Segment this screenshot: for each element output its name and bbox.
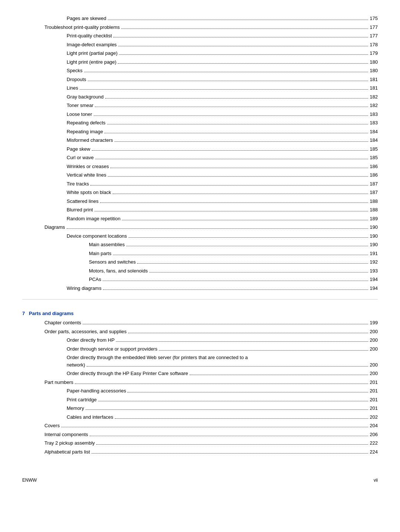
dots [95, 159, 368, 159]
dots [103, 290, 368, 290]
entry-text: Covers [44, 422, 60, 429]
page-number: 184 [370, 137, 378, 144]
page-number: 192 [370, 258, 378, 266]
dots [104, 133, 368, 133]
entry-text: Wiring diagrams [67, 285, 101, 292]
entry-text: Print cartridge [67, 396, 97, 404]
entry-text: Gray background [67, 93, 104, 101]
page-number: 200 [370, 337, 378, 344]
entry-text: Chapter contents [44, 319, 81, 327]
entry-text: Curl or wave [67, 154, 94, 161]
page-number: 187 [370, 189, 378, 196]
section-divider [22, 299, 378, 300]
toc-row: White spots on black 187 [22, 189, 378, 196]
dots [115, 418, 369, 419]
page-number: 222 [370, 439, 378, 447]
toc-row: Wiring diagrams 194 [22, 285, 378, 292]
toc-row: Chapter contents 199 [22, 319, 378, 327]
page-number: 200 [370, 345, 378, 353]
toc-row: Scattered lines 188 [22, 198, 378, 205]
lower-entries: Chapter contents 199 Order parts, access… [22, 319, 378, 455]
page-number: 189 [370, 215, 378, 222]
page-footer: ENWW vii [22, 478, 378, 483]
dots [121, 29, 368, 29]
toc-row: PCAs 194 [22, 276, 378, 283]
page-number: 178 [370, 41, 378, 48]
toc-row: Random image repetition 189 [22, 215, 378, 222]
entry-text: Blurred print [67, 206, 93, 214]
entry-text: Image-defect examples [67, 41, 117, 48]
page-number: 190 [370, 241, 378, 248]
dots [128, 333, 368, 333]
dots [103, 281, 368, 281]
toc-row: Memory 201 [22, 405, 378, 412]
toc-row: Main assemblies 190 [22, 241, 378, 248]
dots [149, 272, 368, 272]
toc-row: Image-defect examples 178 [22, 41, 378, 48]
entry-text: Device component locations [67, 232, 127, 240]
toc-row: Cables and interfaces 202 [22, 414, 378, 421]
toc-row: Specks 180 [22, 67, 378, 74]
dots [75, 384, 368, 384]
page-number: 186 [370, 171, 378, 179]
toc-row: Repeating defects 183 [22, 119, 378, 127]
dots [86, 409, 368, 410]
toc-row: Lines 181 [22, 84, 378, 92]
entry-text: Pages are skewed [67, 15, 106, 22]
toc-row: Loose toner 183 [22, 111, 378, 118]
toc-row: Tray 2 pickup assembly 222 [22, 439, 378, 447]
entry-text: Order through service or support provide… [67, 345, 157, 353]
toc-row: Curl or wave 185 [22, 154, 378, 161]
dots [108, 20, 368, 20]
dots [90, 436, 369, 436]
dots [110, 168, 368, 168]
toc-row: Dropouts 181 [22, 76, 378, 83]
toc-row: Diagrams 190 [22, 224, 378, 231]
dots [118, 46, 368, 46]
toc-row: Light print (partial page) 179 [22, 50, 378, 57]
entry-text-continued: network) [67, 361, 85, 369]
dots [119, 54, 368, 55]
page-number: 182 [370, 93, 378, 101]
entry-text: Main parts [89, 250, 111, 257]
chapter-title: Parts and diagrams [29, 311, 74, 316]
entry-text: Loose toner [67, 111, 92, 118]
entry-text: Random image repetition [67, 215, 120, 222]
page-number: 206 [370, 431, 378, 438]
dots [114, 141, 368, 142]
toc-row: Vertical white lines 186 [22, 171, 378, 179]
dots [122, 220, 368, 220]
dots [107, 124, 369, 124]
page-number: 177 [370, 24, 378, 31]
entry-text: Scattered lines [67, 198, 99, 205]
entry-text: Wrinkles or creases [67, 163, 109, 170]
page-number: 183 [370, 111, 378, 118]
toc-row: Repeating image 184 [22, 128, 378, 135]
entry-text: Troubleshoot print-quality problems [44, 24, 120, 31]
page-number: 224 [370, 448, 378, 456]
dots [92, 150, 369, 151]
page-number: 194 [370, 285, 378, 292]
toc-row: Misformed characters 184 [22, 137, 378, 144]
entry-text: Diagrams [44, 224, 65, 231]
dots [113, 194, 368, 194]
dots [127, 392, 368, 392]
toc-row: Blurred print 188 [22, 206, 378, 214]
toc-row: Troubleshoot print-quality problems 177 [22, 24, 378, 31]
dots [137, 263, 368, 264]
dots [91, 453, 368, 454]
toc-row: Page skew 185 [22, 145, 378, 153]
dots [105, 98, 369, 98]
entry-text: Tire tracks [67, 180, 89, 188]
entry-text: Part numbers [44, 379, 73, 386]
dots [129, 237, 369, 238]
entry-text: Light print (entire page) [67, 58, 116, 66]
dots [94, 211, 368, 211]
page-number: 179 [370, 50, 378, 57]
footer-right: vii [374, 478, 378, 483]
entry-text: Order directly through the HP Easy Print… [67, 370, 188, 377]
page-number: 175 [370, 15, 378, 22]
toc-row: Print cartridge 201 [22, 396, 378, 404]
entry-text: Internal components [44, 431, 88, 438]
entry-text: Alphabetical parts list [44, 448, 90, 456]
